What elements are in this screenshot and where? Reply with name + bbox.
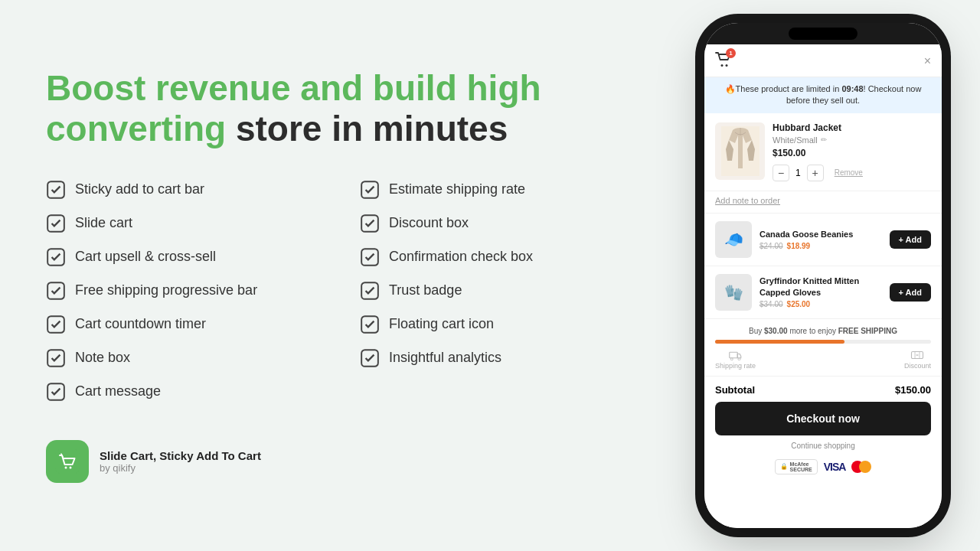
upsell-item-1: 🧢 Canada Goose Beanies $24.00 $18.99 + A… bbox=[704, 214, 942, 266]
feature-discount-box: Discount box bbox=[360, 214, 643, 233]
mastercard-badge bbox=[851, 461, 871, 473]
remove-link[interactable]: Remove bbox=[835, 168, 863, 177]
phone-mockup: 1 × 🔥These product are limited in 09:48!… bbox=[704, 23, 942, 528]
headline-line1: Boost revenue and build high bbox=[46, 68, 541, 108]
feature-countdown: Cart countdown timer bbox=[46, 315, 329, 334]
feature-label: Confirmation check box bbox=[389, 249, 533, 265]
check-icon bbox=[46, 315, 66, 334]
features-grid: Sticky add to cart bar Estimate shipping… bbox=[46, 180, 643, 402]
timer-text-pre: 🔥These product are limited in bbox=[725, 84, 840, 93]
check-icon bbox=[360, 315, 380, 334]
discount-svg-icon bbox=[910, 350, 924, 360]
shipping-mid: more to enjoy bbox=[789, 327, 836, 335]
feature-label: Cart countdown timer bbox=[75, 316, 206, 332]
trust-badges: 🔒 McAfeeSECURE VISA bbox=[704, 456, 942, 482]
qty-control: − 1 + Remove bbox=[773, 165, 931, 181]
cart-badge: 1 bbox=[726, 48, 736, 58]
shipping-section: Buy $30.00 more to enjoy FREE SHIPPING bbox=[704, 319, 942, 377]
cart-panel: 1 × 🔥These product are limited in 09:48!… bbox=[704, 44, 942, 528]
check-icon bbox=[360, 180, 380, 200]
cart-icon-wrap: 1 bbox=[715, 52, 732, 70]
check-icon bbox=[46, 348, 66, 368]
cart-header: 1 × bbox=[704, 44, 942, 77]
headline-line2-dark: store in minutes bbox=[226, 109, 508, 148]
shipping-text: Buy $30.00 more to enjoy FREE SHIPPING bbox=[715, 327, 931, 335]
upsell-name-1: Canada Goose Beanies bbox=[760, 229, 882, 240]
svg-point-14 bbox=[65, 466, 67, 468]
check-icon bbox=[46, 247, 66, 267]
variant-text: White/Small bbox=[773, 135, 818, 145]
edit-icon[interactable]: ✏ bbox=[821, 135, 827, 144]
close-button[interactable]: × bbox=[924, 54, 931, 68]
app-by: by qikify bbox=[100, 462, 261, 474]
subtotal-label: Subtotal bbox=[715, 384, 755, 396]
check-icon bbox=[46, 214, 66, 233]
truck-icon bbox=[729, 350, 743, 360]
upsell-add-button-2[interactable]: + Add bbox=[890, 283, 931, 302]
subtotal-amount: $150.00 bbox=[895, 384, 931, 396]
feature-label: Discount box bbox=[389, 215, 469, 231]
cart-item: Hubbard Jacket White/Small ✏ $150.00 − 1… bbox=[704, 113, 942, 191]
feature-label: Trust badge bbox=[389, 282, 462, 298]
feature-label: Floating cart icon bbox=[389, 316, 494, 332]
feature-label: Cart upsell & cross-sell bbox=[75, 249, 216, 265]
qty-decrease-button[interactable]: − bbox=[773, 165, 789, 181]
feature-sticky-cart: Sticky add to cart bar bbox=[46, 180, 329, 200]
mc-circle-orange bbox=[859, 461, 871, 473]
svg-rect-19 bbox=[729, 352, 737, 358]
app-icon bbox=[46, 440, 89, 483]
item-price: $150.00 bbox=[773, 148, 931, 158]
progress-fill bbox=[715, 340, 844, 344]
shipping-progress-bar bbox=[715, 340, 931, 344]
feature-trust-badge: Trust badge bbox=[360, 281, 643, 301]
right-panel: 1 × 🔥These product are limited in 09:48!… bbox=[689, 0, 980, 551]
feature-label: Sticky add to cart bar bbox=[75, 181, 204, 197]
upsell-prices-2: $34.00 $25.00 bbox=[760, 300, 882, 308]
upsell-info-2: Gryffindor Knitted Mitten Capped Gloves … bbox=[760, 276, 882, 308]
shipping-rate-icon: Shipping rate bbox=[715, 350, 756, 370]
visa-badge: VISA bbox=[824, 461, 846, 473]
upsell-item-2: 🧤 Gryffindor Knitted Mitten Capped Glove… bbox=[704, 266, 942, 319]
original-price-2: $34.00 bbox=[760, 300, 783, 308]
continue-shopping-link[interactable]: Continue shopping bbox=[704, 442, 942, 450]
app-info: Slide Cart, Sticky Add To Cart by qikify bbox=[100, 449, 261, 474]
feature-analytics: Insightful analytics bbox=[360, 348, 643, 368]
check-icon bbox=[46, 281, 66, 301]
left-panel: Boost revenue and build high converting … bbox=[0, 0, 689, 551]
discount-icon: Discount bbox=[904, 350, 931, 370]
check-icon bbox=[360, 247, 380, 267]
checkout-button[interactable]: Checkout now bbox=[715, 402, 931, 435]
feature-slide-cart: Slide cart bbox=[46, 214, 329, 233]
qty-increase-button[interactable]: + bbox=[807, 165, 824, 181]
subtotal-row: Subtotal $150.00 bbox=[704, 377, 942, 402]
feature-upsell: Cart upsell & cross-sell bbox=[46, 247, 329, 267]
feature-confirmation: Confirmation check box bbox=[360, 247, 643, 267]
feature-label: Insightful analytics bbox=[389, 350, 501, 366]
check-icon bbox=[46, 382, 66, 402]
upsell-image-1: 🧢 bbox=[715, 221, 752, 258]
app-branding: Slide Cart, Sticky Add To Cart by qikify bbox=[46, 440, 643, 483]
feature-estimate-shipping: Estimate shipping rate bbox=[360, 180, 643, 200]
check-icon bbox=[360, 281, 380, 301]
check-icon bbox=[360, 348, 380, 368]
item-info: Hubbard Jacket White/Small ✏ $150.00 − 1… bbox=[773, 122, 931, 181]
feature-label: Estimate shipping rate bbox=[389, 181, 525, 197]
mcafee-text: McAfeeSECURE bbox=[790, 461, 812, 472]
svg-point-17 bbox=[726, 64, 728, 67]
discount-label: Discount bbox=[904, 362, 931, 370]
add-note-link[interactable]: Add note to order bbox=[704, 191, 942, 214]
mcafee-icon: 🔒 bbox=[780, 463, 788, 470]
check-icon bbox=[360, 214, 380, 233]
item-variant: White/Small ✏ bbox=[773, 135, 931, 145]
upsell-name-2: Gryffindor Knitted Mitten Capped Gloves bbox=[760, 276, 882, 298]
upsell-add-button-1[interactable]: + Add bbox=[890, 230, 931, 249]
feature-label: Free shipping progressive bar bbox=[75, 282, 257, 298]
shipping-amount: $30.00 bbox=[764, 327, 788, 335]
shipping-icons: Shipping rate Discount bbox=[715, 350, 931, 370]
cart-logo-icon bbox=[55, 449, 80, 474]
timer-banner: 🔥These product are limited in 09:48! Che… bbox=[704, 77, 942, 113]
sale-price-2: $25.00 bbox=[787, 300, 811, 308]
svg-point-15 bbox=[70, 466, 72, 468]
feature-free-shipping: Free shipping progressive bar bbox=[46, 281, 329, 301]
feature-floating: Floating cart icon bbox=[360, 315, 643, 334]
